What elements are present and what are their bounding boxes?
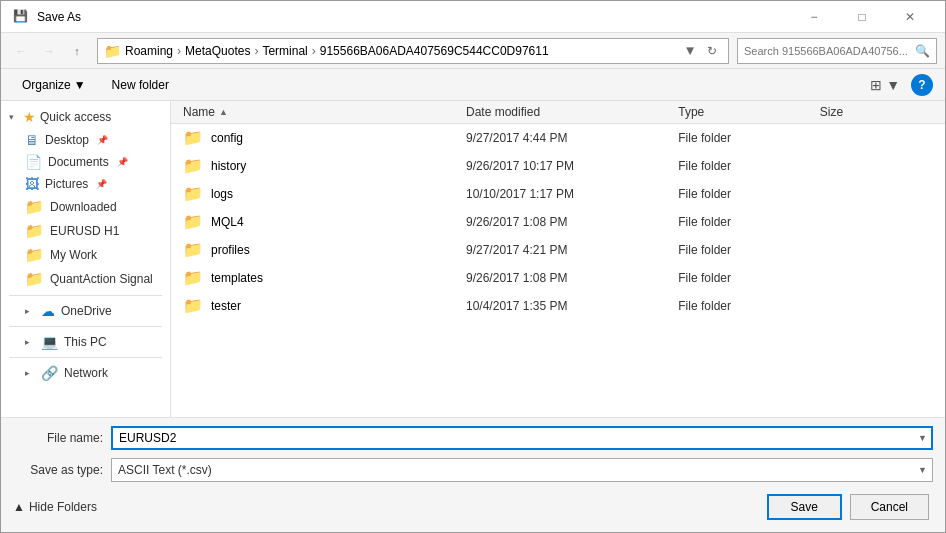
forward-button[interactable]: → xyxy=(37,39,61,63)
row-type: File folder xyxy=(678,159,820,173)
close-button[interactable]: ✕ xyxy=(887,2,933,32)
filename-label: File name: xyxy=(13,431,103,445)
savetype-select-wrapper: ASCII Text (*.csv) CSV (*.csv) Text (*.t… xyxy=(111,458,933,482)
breadcrumb-sep-2: › xyxy=(254,44,258,58)
table-row[interactable]: 📁 MQL4 9/26/2017 1:08 PM File folder xyxy=(171,208,945,236)
maximize-button[interactable]: □ xyxy=(839,2,885,32)
table-row[interactable]: 📁 history 9/26/2017 10:17 PM File folder xyxy=(171,152,945,180)
breadcrumb-roaming[interactable]: Roaming xyxy=(125,44,173,58)
back-button[interactable]: ← xyxy=(9,39,33,63)
sidebar-item-onedrive[interactable]: ▸ ☁ OneDrive xyxy=(1,300,170,322)
filename-row: File name: xyxy=(13,426,933,450)
title-controls: − □ ✕ xyxy=(791,2,933,32)
sidebar-divider-1 xyxy=(9,295,162,296)
sidebar-divider-3 xyxy=(9,357,162,358)
sidebar-item-desktop[interactable]: 🖥 Desktop 📌 xyxy=(1,129,170,151)
help-button[interactable]: ? xyxy=(911,74,933,96)
onedrive-icon: ☁ xyxy=(41,303,55,319)
sidebar-item-pictures[interactable]: 🖼 Pictures 📌 xyxy=(1,173,170,195)
pictures-icon: 🖼 xyxy=(25,176,39,192)
breadcrumb-hash[interactable]: 915566BA06ADA407569C544CC0D97611 xyxy=(320,44,549,58)
breadcrumb-sep-1: › xyxy=(177,44,181,58)
file-list: 📁 config 9/27/2017 4:44 PM File folder 📁… xyxy=(171,124,945,417)
window-title: Save As xyxy=(37,10,81,24)
row-folder-icon: 📁 xyxy=(183,212,203,231)
row-date: 9/27/2017 4:21 PM xyxy=(466,243,678,257)
table-row[interactable]: 📁 templates 9/26/2017 1:08 PM File folde… xyxy=(171,264,945,292)
file-name-cell: 📁 tester xyxy=(183,296,466,315)
sidebar-header-quick-access[interactable]: ▾ ★ Quick access xyxy=(1,105,170,129)
thispc-chevron-icon: ▸ xyxy=(25,337,35,347)
column-name-label: Name xyxy=(183,105,215,119)
sidebar-item-quantaction[interactable]: 📁 QuantAction Signal xyxy=(1,267,170,291)
action-buttons: Save Cancel xyxy=(767,494,929,520)
hide-folders-button[interactable]: ▲ Hide Folders xyxy=(13,500,97,514)
column-date-label: Date modified xyxy=(466,105,540,119)
column-type[interactable]: Type xyxy=(678,105,820,119)
savetype-select[interactable]: ASCII Text (*.csv) CSV (*.csv) Text (*.t… xyxy=(111,458,933,482)
save-button-wrapper: Save xyxy=(767,494,842,520)
downloaded-folder-icon: 📁 xyxy=(25,198,44,216)
row-date: 10/10/2017 1:17 PM xyxy=(466,187,678,201)
cancel-button[interactable]: Cancel xyxy=(850,494,929,520)
sidebar-item-downloaded-label: Downloaded xyxy=(50,200,117,214)
file-list-header: Name ▲ Date modified Type Size xyxy=(171,101,945,124)
file-name-cell: 📁 config xyxy=(183,128,466,147)
refresh-button[interactable]: ↻ xyxy=(702,39,722,63)
row-name: MQL4 xyxy=(211,215,244,229)
sidebar-item-onedrive-label: OneDrive xyxy=(61,304,112,318)
row-type: File folder xyxy=(678,271,820,285)
column-name[interactable]: Name ▲ xyxy=(183,105,466,119)
quick-access-label: Quick access xyxy=(40,110,111,124)
column-size[interactable]: Size xyxy=(820,105,933,119)
table-row[interactable]: 📁 profiles 9/27/2017 4:21 PM File folder xyxy=(171,236,945,264)
sidebar-item-mywork[interactable]: 📁 My Work xyxy=(1,243,170,267)
filename-input[interactable] xyxy=(111,426,933,450)
sort-arrow-icon: ▲ xyxy=(219,107,228,117)
breadcrumb-metaquotes[interactable]: MetaQuotes xyxy=(185,44,250,58)
sidebar-item-network[interactable]: ▸ 🔗 Network xyxy=(1,362,170,384)
row-folder-icon: 📁 xyxy=(183,268,203,287)
up-button[interactable]: ↑ xyxy=(65,39,89,63)
search-box[interactable]: 🔍 xyxy=(737,38,937,64)
search-input[interactable] xyxy=(744,45,911,57)
desktop-icon: 🖥 xyxy=(25,132,39,148)
sidebar-item-eurusdh1-label: EURUSD H1 xyxy=(50,224,119,238)
table-row[interactable]: 📁 logs 10/10/2017 1:17 PM File folder xyxy=(171,180,945,208)
row-name: history xyxy=(211,159,246,173)
network-chevron-icon: ▸ xyxy=(25,368,35,378)
breadcrumb-terminal[interactable]: Terminal xyxy=(262,44,307,58)
view-button[interactable]: ⊞ ▼ xyxy=(863,73,907,97)
search-icon: 🔍 xyxy=(915,44,930,58)
row-folder-icon: 📁 xyxy=(183,184,203,203)
organize-label: Organize xyxy=(22,78,71,92)
address-bar[interactable]: 📁 Roaming › MetaQuotes › Terminal › 9155… xyxy=(97,38,729,64)
address-dropdown-button[interactable]: ▼ xyxy=(682,39,698,63)
sidebar-item-desktop-label: Desktop xyxy=(45,133,89,147)
action-row: ▲ Hide Folders Save Cancel xyxy=(13,490,933,524)
address-folder-icon: 📁 xyxy=(104,43,121,59)
pictures-pin-icon: 📌 xyxy=(96,179,107,189)
new-folder-button[interactable]: New folder xyxy=(103,74,178,96)
organize-button[interactable]: Organize ▼ xyxy=(13,74,95,96)
row-type: File folder xyxy=(678,215,820,229)
file-name-cell: 📁 templates xyxy=(183,268,466,287)
minimize-button[interactable]: − xyxy=(791,2,837,32)
row-date: 9/26/2017 1:08 PM xyxy=(466,215,678,229)
file-name-cell: 📁 history xyxy=(183,156,466,175)
sidebar: ▾ ★ Quick access 🖥 Desktop 📌 📄 Documents… xyxy=(1,101,171,417)
table-row[interactable]: 📁 tester 10/4/2017 1:35 PM File folder xyxy=(171,292,945,320)
sidebar-divider-2 xyxy=(9,326,162,327)
sidebar-item-eurusdh1[interactable]: 📁 EURUSD H1 xyxy=(1,219,170,243)
column-type-label: Type xyxy=(678,105,704,119)
table-row[interactable]: 📁 config 9/27/2017 4:44 PM File folder xyxy=(171,124,945,152)
sidebar-item-documents[interactable]: 📄 Documents 📌 xyxy=(1,151,170,173)
sidebar-item-quantaction-label: QuantAction Signal xyxy=(50,272,153,286)
column-date[interactable]: Date modified xyxy=(466,105,678,119)
mywork-folder-icon: 📁 xyxy=(25,246,44,264)
sidebar-item-downloaded[interactable]: 📁 Downloaded xyxy=(1,195,170,219)
file-name-cell: 📁 logs xyxy=(183,184,466,203)
save-button[interactable]: Save xyxy=(767,494,842,520)
sidebar-item-thispc[interactable]: ▸ 💻 This PC xyxy=(1,331,170,353)
content-area: Name ▲ Date modified Type Size 📁 co xyxy=(171,101,945,417)
